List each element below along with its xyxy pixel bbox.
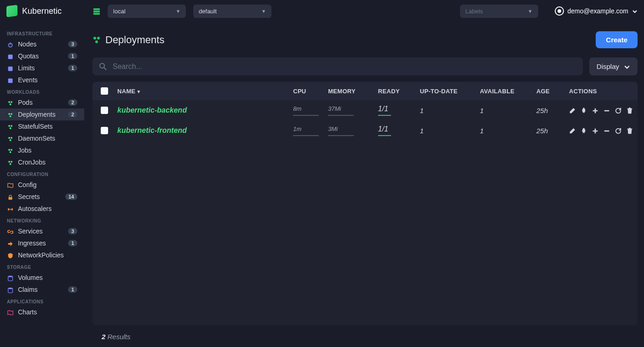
sidebar-item-deployments[interactable]: Deployments2 — [0, 108, 84, 120]
namespace-dropdown[interactable]: default ▼ — [193, 5, 271, 18]
square-icon — [7, 76, 14, 83]
caret-down-icon: ▼ — [261, 9, 266, 14]
sort-caret-icon: ▼ — [136, 89, 141, 94]
sidebar-item-config[interactable]: Config — [0, 179, 84, 191]
sidebar-item-pods[interactable]: Pods2 — [0, 97, 84, 108]
sidebar-item-label: Deployments — [18, 111, 64, 118]
sidebar-item-volumes[interactable]: Volumes — [0, 272, 84, 284]
sidebar-item-charts[interactable]: Charts — [0, 306, 84, 318]
svg-rect-4 — [8, 54, 13, 59]
sidebar-item-jobs[interactable]: Jobs — [0, 144, 84, 156]
labels-dropdown[interactable]: Labels ▼ — [460, 5, 538, 18]
column-cpu[interactable]: CPU — [288, 82, 323, 100]
svg-rect-0 — [93, 8, 100, 10]
column-ready[interactable]: READY — [374, 82, 415, 100]
sidebar-item-quotas[interactable]: Quotas1 — [0, 50, 84, 62]
sidebar-item-ingresses[interactable]: Ingresses1 — [0, 237, 84, 249]
edit-icon[interactable] — [569, 107, 575, 114]
labels-placeholder: Labels — [466, 8, 483, 15]
svg-point-21 — [9, 151, 11, 153]
refresh-icon[interactable] — [615, 107, 621, 114]
row-checkbox[interactable] — [101, 107, 108, 114]
chevron-down-icon — [624, 63, 630, 70]
trash-icon[interactable] — [627, 107, 633, 114]
column-age[interactable]: AGE — [532, 82, 564, 100]
minus-icon[interactable] — [604, 127, 610, 134]
memory-bar — [328, 115, 354, 116]
svg-point-13 — [8, 125, 10, 127]
user-icon — [555, 6, 564, 16]
sidebar-item-limits[interactable]: Limits1 — [0, 62, 84, 74]
deployment-name-link[interactable]: kubernetic-backend — [117, 106, 187, 114]
svg-point-29 — [97, 37, 100, 40]
server-icon[interactable] — [93, 7, 100, 15]
ready-value: 1/1 — [378, 125, 411, 133]
create-button[interactable]: Create — [596, 31, 638, 48]
sidebar-item-label: Pods — [18, 99, 64, 106]
memory-value: 37Mi — [328, 105, 369, 112]
available-value: 1 — [480, 127, 483, 135]
rocket-icon[interactable] — [581, 107, 587, 114]
sidebar-item-badge: 1 — [68, 286, 77, 293]
user-menu[interactable]: demo@example.com — [555, 6, 638, 16]
svg-point-20 — [11, 149, 12, 151]
age-value: 25h — [536, 107, 548, 114]
cpu-value: 8m — [293, 105, 319, 112]
cpu-bar — [293, 115, 319, 116]
available-value: 1 — [480, 107, 483, 114]
svg-point-22 — [8, 161, 10, 163]
plus-icon[interactable] — [592, 107, 598, 114]
ready-bar — [378, 115, 391, 116]
svg-point-28 — [93, 37, 96, 40]
sidebar-item-label: Volumes — [18, 274, 77, 281]
svg-point-9 — [9, 103, 11, 105]
svg-point-27 — [8, 287, 13, 289]
sidebar-item-nodes[interactable]: Nodes3 — [0, 38, 84, 50]
svg-point-10 — [8, 113, 10, 115]
sidebar-item-statefulsets[interactable]: StatefulSets — [0, 120, 84, 132]
column-uptodate[interactable]: UP-TO-DATE — [415, 82, 476, 100]
sidebar-item-secrets[interactable]: Secrets14 — [0, 191, 84, 203]
sidebar-item-cronjobs[interactable]: CronJobs — [0, 156, 84, 168]
search-input[interactable] — [113, 63, 576, 71]
select-all-checkbox[interactable] — [101, 87, 108, 95]
main-content: Deployments Create Display — [84, 22, 644, 347]
sidebar-item-autoscalers[interactable]: Autoscalers — [0, 203, 84, 215]
row-checkbox[interactable] — [101, 127, 108, 134]
minus-icon[interactable] — [604, 107, 610, 114]
app-header: Kubernetic local ▼ default ▼ Labels ▼ de… — [0, 0, 644, 22]
rocket-icon[interactable] — [581, 127, 587, 134]
sidebar-section-header: CONFIGURATION — [0, 168, 84, 179]
plus-icon[interactable] — [592, 127, 598, 134]
sidebar-section-header: WORKLOADS — [0, 86, 84, 97]
sidebar-item-daemonsets[interactable]: DaemonSets — [0, 132, 84, 144]
sidebar-item-networkpolicies[interactable]: NetworkPolicies — [0, 249, 84, 261]
square-icon — [7, 52, 14, 59]
context-dropdown[interactable]: local ▼ — [108, 5, 186, 18]
svg-point-17 — [11, 137, 12, 139]
column-name[interactable]: NAME▼ — [113, 82, 288, 100]
search-box[interactable] — [92, 57, 583, 75]
display-button[interactable]: Display — [589, 57, 638, 75]
deployment-name-link[interactable]: kubernetic-frontend — [117, 126, 187, 134]
app-logo: Kubernetic — [6, 6, 62, 17]
column-available[interactable]: AVAILABLE — [475, 82, 532, 100]
caret-down-icon: ▼ — [528, 9, 533, 14]
sidebar-item-label: Jobs — [18, 147, 77, 154]
cubes-icon — [7, 99, 14, 106]
column-memory[interactable]: MEMORY — [323, 82, 374, 100]
square-icon — [7, 64, 14, 71]
cubes-icon — [7, 135, 14, 142]
svg-point-15 — [9, 127, 11, 129]
trash-icon[interactable] — [627, 127, 633, 134]
row-actions — [569, 127, 633, 134]
refresh-icon[interactable] — [615, 127, 621, 134]
table-header-row: NAME▼ CPU MEMORY READY UP-TO-DATE AVAILA… — [92, 82, 638, 100]
sidebar-item-label: CronJobs — [18, 159, 77, 166]
sidebar-item-events[interactable]: Events — [0, 74, 84, 86]
sidebar-item-claims[interactable]: Claims1 — [0, 284, 84, 296]
map-icon — [7, 308, 14, 315]
sidebar-item-label: Config — [18, 181, 77, 188]
sidebar-item-services[interactable]: Services3 — [0, 225, 84, 237]
edit-icon[interactable] — [569, 127, 575, 134]
